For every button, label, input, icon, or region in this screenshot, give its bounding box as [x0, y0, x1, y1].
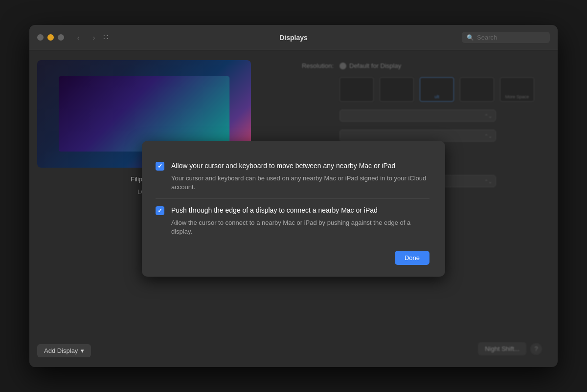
grid-icon[interactable]: ∷ — [103, 33, 108, 42]
search-placeholder: Search — [477, 34, 497, 41]
maximize-button[interactable] — [58, 34, 64, 41]
modal-item-2-content: Push through the edge of a display to co… — [171, 206, 429, 236]
content-area: Filipe's M LG 4 Add Display ▾ Resolution… — [29, 50, 558, 367]
window-title: Displays — [279, 34, 308, 42]
traffic-lights — [37, 34, 64, 41]
back-button[interactable]: ‹ — [72, 31, 85, 44]
checkmark-1: ✓ — [158, 163, 162, 169]
close-button[interactable] — [37, 34, 44, 41]
titlebar: ‹ › ∷ Displays 🔍 Search — [29, 25, 558, 50]
checkbox-2[interactable]: ✓ — [156, 206, 164, 215]
modal-footer: Done — [156, 243, 429, 265]
search-box[interactable]: 🔍 Search — [462, 32, 550, 43]
modal-item-1-desc: Your cursor and keyboard can be used on … — [171, 174, 429, 192]
modal-dialog: ✓ Allow your cursor and keyboard to move… — [142, 141, 445, 277]
nav-buttons: ‹ › — [72, 31, 100, 44]
checkmark-2: ✓ — [158, 208, 162, 214]
modal-item-2-desc: Allow the cursor to connect to a nearby … — [171, 218, 429, 236]
modal-item-1-title: Allow your cursor and keyboard to move b… — [171, 161, 429, 171]
modal-item-2: ✓ Push through the edge of a display to … — [156, 198, 429, 243]
search-icon: 🔍 — [467, 34, 474, 41]
modal-item-2-title: Push through the edge of a display to co… — [171, 206, 429, 216]
main-window: ‹ › ∷ Displays 🔍 Search Filipe's M LG 4 … — [29, 25, 558, 367]
modal-item-1-content: Allow your cursor and keyboard to move b… — [171, 161, 429, 192]
modal-overlay: ✓ Allow your cursor and keyboard to move… — [29, 50, 558, 367]
minimize-button[interactable] — [47, 34, 54, 41]
checkbox-1[interactable]: ✓ — [156, 162, 164, 171]
checkbox-wrapper-2: ✓ — [156, 206, 164, 236]
done-button[interactable]: Done — [395, 251, 429, 265]
modal-item-1: ✓ Allow your cursor and keyboard to move… — [156, 154, 429, 198]
checkbox-wrapper-1: ✓ — [156, 162, 164, 192]
forward-button[interactable]: › — [88, 31, 100, 44]
